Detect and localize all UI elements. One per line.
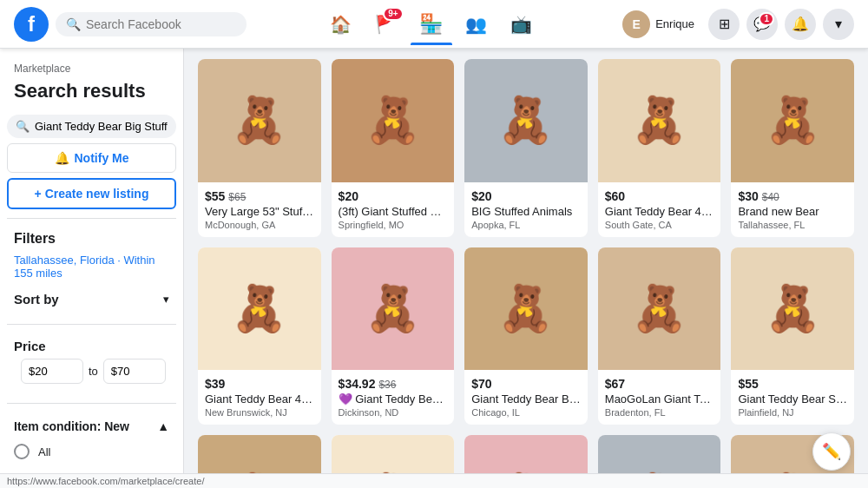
chevron-down-icon: ▾ <box>835 16 842 32</box>
product-location: South Gate, CA <box>605 220 714 230</box>
search-filter-input[interactable] <box>35 120 168 133</box>
product-name: (3ft) Giant Stuffed Bear <box>339 205 448 218</box>
product-card[interactable]: 🧸 $39 Giant Teddy Bear 4ft Big Teedy Bea… <box>198 247 321 425</box>
notifications-btn[interactable]: 🔔 <box>785 9 816 40</box>
chevron-condition-icon: ▲ <box>157 419 169 433</box>
product-info: $60 Giant Teddy Bear 4ft Big Teedy Bear … <box>598 182 721 237</box>
search-icon: 🔍 <box>66 17 81 31</box>
url-bar: https://www.facebook.com/marketplace/cre… <box>0 473 868 488</box>
product-location: Dickinson, ND <box>339 407 448 418</box>
filters-title: Filters <box>7 228 176 250</box>
messenger-btn[interactable]: 💬 1 <box>746 9 778 40</box>
grid-icon: ⊞ <box>719 16 730 32</box>
nav-marketplace-btn[interactable]: 🏪 <box>411 3 452 45</box>
product-price: $39 <box>205 377 225 391</box>
messenger-badge: 1 <box>759 12 774 26</box>
product-info: $30 $40 Brand new Bear Tallahassee, FL <box>731 182 854 237</box>
menu-btn[interactable]: ⊞ <box>708 9 740 40</box>
product-name: 💜 Giant Teddy Bear Big Stuffed Animals P… <box>339 392 448 406</box>
product-name: BIG Stuffed Animals <box>471 205 581 218</box>
nav-people-btn[interactable]: 👥 <box>456 3 497 45</box>
product-image: 🧸 <box>464 59 588 182</box>
tv-icon: 📺 <box>510 14 532 35</box>
product-price: $20 <box>339 189 358 203</box>
condition-filter-title[interactable]: Item condition: New ▲ <box>7 412 176 437</box>
product-info: $39 Giant Teddy Bear 4ft Big Teedy Bear … <box>198 370 321 425</box>
price-min-input[interactable] <box>21 359 83 384</box>
price-max-input[interactable] <box>103 359 166 384</box>
product-card[interactable]: 🧸 $34.92 $36 💜 Giant Teddy Bear Big Stuf… <box>332 247 455 425</box>
product-card[interactable]: 🧸 $67 MaoGoLan Giant Teddy Bear 4ft Big … <box>598 247 721 425</box>
divider-1 <box>7 218 176 219</box>
username-label: Enrique <box>655 17 694 30</box>
product-location: Plainfield, NJ <box>738 407 847 418</box>
chevron-sort-icon: ▾ <box>163 293 169 306</box>
product-card[interactable]: 🧸 $20 (3ft) Giant Stuffed Bear Springfie… <box>332 59 455 237</box>
location-filter[interactable]: Tallahassee, Florida · Within 155 miles <box>7 250 176 283</box>
product-info: $55 $65 Very Large 53" Stuffed Bear McDo… <box>198 182 321 237</box>
nav-left: f 🔍 <box>14 7 247 42</box>
account-btn[interactable]: ▾ <box>823 9 854 40</box>
product-name: Giant Teddy Bear 4ft Big Teedy Bear Stuf… <box>205 392 314 406</box>
product-image: 🧸 <box>731 59 854 182</box>
product-image: 🧸 <box>731 247 854 371</box>
nav-flag-btn[interactable]: 🚩 9+ <box>365 3 407 45</box>
product-card[interactable]: 🧸 $70 Giant Teddy Bear Big Stuffed Anima… <box>464 247 588 425</box>
main-content: 🧸 $55 $65 Very Large 53" Stuffed Bear Mc… <box>184 49 868 488</box>
product-card[interactable]: 🧸 $20 BIG Stuffed Animals Apopka, FL <box>464 59 588 237</box>
product-card[interactable]: 🧸 $60 Giant Teddy Bear 4ft Big Teedy Bea… <box>598 59 721 237</box>
nav-center: 🏠 🚩 9+ 🏪 👥 📺 <box>247 3 615 45</box>
product-location: New Brunswick, NJ <box>205 407 314 418</box>
product-price: $20 <box>471 189 491 203</box>
search-filter-icon: 🔍 <box>16 120 30 133</box>
bell-small-icon: 🔔 <box>55 151 69 165</box>
product-name: Giant Teddy Bear Big Stuffed Animals Plu… <box>471 392 581 406</box>
product-card[interactable]: 🧸 $30 $40 Brand new Bear Tallahassee, FL <box>731 59 854 237</box>
edit-fab-button[interactable]: ✏️ <box>812 432 851 471</box>
search-input[interactable] <box>86 17 236 31</box>
page-layout: Marketplace Search results 🔍 🔔 Notify Me… <box>0 49 868 488</box>
product-info: $20 (3ft) Giant Stuffed Bear Springfield… <box>332 182 455 237</box>
product-name: Brand new Bear <box>738 205 847 218</box>
search-box[interactable]: 🔍 <box>56 12 247 36</box>
page-title: Search results <box>7 78 176 109</box>
product-info: $20 BIG Stuffed Animals Apopka, FL <box>464 182 588 237</box>
divider-3 <box>7 403 176 404</box>
nav-tv-btn[interactable]: 📺 <box>501 3 542 45</box>
condition-all[interactable]: All <box>7 437 176 466</box>
product-old-price: $36 <box>378 379 396 391</box>
product-name: Giant Teddy Bear 4ft Big Teedy Bear Stuf… <box>605 205 714 218</box>
product-location: McDonough, GA <box>205 220 314 230</box>
product-location: Springfield, MO <box>339 220 448 230</box>
create-listing-button[interactable]: + Create new listing <box>7 178 176 209</box>
sort-by-filter[interactable]: Sort by ▾ <box>7 283 176 315</box>
nav-home-btn[interactable]: 🏠 <box>320 3 362 45</box>
top-navigation: f 🔍 🏠 🚩 9+ 🏪 👥 📺 E Enrique <box>0 0 868 49</box>
product-image: 🧸 <box>332 247 455 371</box>
notify-me-button[interactable]: 🔔 Notify Me <box>7 143 176 173</box>
avatar: E <box>622 10 650 38</box>
product-price: $55 <box>205 189 225 203</box>
product-price: $67 <box>605 377 625 391</box>
product-card[interactable]: 🧸 $55 Giant Teddy Bear Soft Plush Bear S… <box>731 247 854 425</box>
sidebar: Marketplace Search results 🔍 🔔 Notify Me… <box>0 49 184 488</box>
product-image: 🧸 <box>332 59 455 182</box>
user-profile[interactable]: E Enrique <box>615 7 701 42</box>
price-range: to <box>14 353 169 389</box>
facebook-logo[interactable]: f <box>14 7 49 42</box>
radio-all <box>14 444 30 459</box>
product-info: $34.92 $36 💜 Giant Teddy Bear Big Stuffe… <box>332 370 455 425</box>
bell-icon: 🔔 <box>792 16 809 32</box>
product-image: 🧸 <box>198 59 321 182</box>
product-card[interactable]: 🧸 $55 $65 Very Large 53" Stuffed Bear Mc… <box>198 59 321 237</box>
price-to-label: to <box>89 365 98 378</box>
people-icon: 👥 <box>465 14 487 35</box>
product-price: $30 <box>738 189 758 203</box>
breadcrumb[interactable]: Marketplace <box>7 59 176 78</box>
product-price: $60 <box>605 189 625 203</box>
search-filter-box[interactable]: 🔍 <box>7 115 176 138</box>
flag-badge: 9+ <box>383 7 403 21</box>
product-info: $67 MaoGoLan Giant Teddy Bear 4ft Big Te… <box>598 370 721 425</box>
product-price: $55 <box>738 377 758 391</box>
product-old-price: $40 <box>762 191 779 203</box>
